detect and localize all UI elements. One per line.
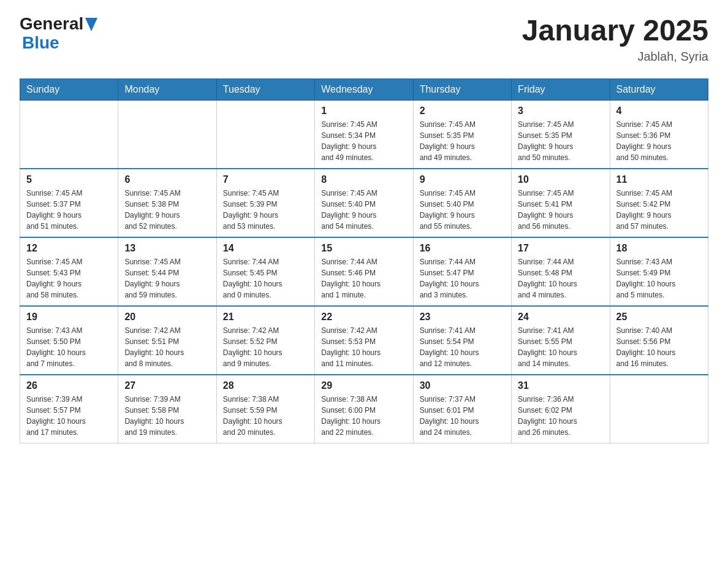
svg-marker-0	[85, 18, 97, 31]
day-number: 9	[420, 174, 505, 185]
day-number: 5	[26, 174, 112, 185]
month-title: January 2025	[522, 15, 708, 47]
day-number: 11	[616, 174, 702, 185]
day-number: 7	[223, 174, 308, 185]
logo: General Blue	[20, 15, 97, 53]
day-info: Sunrise: 7:45 AM Sunset: 5:35 PM Dayligh…	[518, 119, 603, 163]
calendar-cell	[20, 100, 118, 169]
calendar-cell: 6Sunrise: 7:45 AM Sunset: 5:38 PM Daylig…	[118, 169, 216, 237]
day-number: 3	[518, 105, 603, 117]
day-number: 31	[518, 380, 603, 391]
day-info: Sunrise: 7:44 AM Sunset: 5:46 PM Dayligh…	[321, 256, 406, 301]
calendar-header-sunday: Sunday	[20, 79, 118, 100]
calendar-cell: 22Sunrise: 7:42 AM Sunset: 5:53 PM Dayli…	[315, 306, 413, 375]
calendar-cell: 27Sunrise: 7:39 AM Sunset: 5:58 PM Dayli…	[118, 375, 216, 443]
day-number: 30	[420, 380, 505, 391]
calendar-cell: 31Sunrise: 7:36 AM Sunset: 6:02 PM Dayli…	[512, 375, 610, 443]
day-info: Sunrise: 7:41 AM Sunset: 5:54 PM Dayligh…	[420, 325, 505, 369]
day-number: 13	[124, 243, 210, 254]
calendar-week-row: 1Sunrise: 7:45 AM Sunset: 5:34 PM Daylig…	[20, 100, 708, 169]
calendar-cell: 3Sunrise: 7:45 AM Sunset: 5:35 PM Daylig…	[512, 100, 610, 169]
day-number: 10	[518, 174, 603, 185]
day-number: 23	[420, 312, 505, 323]
day-info: Sunrise: 7:37 AM Sunset: 6:01 PM Dayligh…	[420, 394, 505, 438]
calendar-cell: 28Sunrise: 7:38 AM Sunset: 5:59 PM Dayli…	[216, 375, 314, 443]
day-info: Sunrise: 7:45 AM Sunset: 5:35 PM Dayligh…	[420, 119, 505, 163]
calendar-cell: 19Sunrise: 7:43 AM Sunset: 5:50 PM Dayli…	[20, 306, 118, 375]
calendar-cell	[216, 100, 314, 169]
calendar-cell	[118, 100, 216, 169]
day-number: 28	[223, 380, 308, 391]
calendar-week-row: 12Sunrise: 7:45 AM Sunset: 5:43 PM Dayli…	[20, 237, 708, 306]
calendar-header-monday: Monday	[118, 79, 216, 100]
calendar-cell: 2Sunrise: 7:45 AM Sunset: 5:35 PM Daylig…	[413, 100, 511, 169]
day-info: Sunrise: 7:45 AM Sunset: 5:40 PM Dayligh…	[420, 188, 505, 232]
calendar-header-friday: Friday	[512, 79, 610, 100]
calendar-cell: 14Sunrise: 7:44 AM Sunset: 5:45 PM Dayli…	[216, 237, 314, 306]
calendar-cell: 11Sunrise: 7:45 AM Sunset: 5:42 PM Dayli…	[610, 169, 708, 237]
day-info: Sunrise: 7:42 AM Sunset: 5:52 PM Dayligh…	[223, 325, 308, 369]
day-info: Sunrise: 7:45 AM Sunset: 5:38 PM Dayligh…	[124, 188, 210, 232]
day-number: 18	[616, 243, 702, 254]
day-info: Sunrise: 7:36 AM Sunset: 6:02 PM Dayligh…	[518, 394, 603, 438]
calendar-cell: 9Sunrise: 7:45 AM Sunset: 5:40 PM Daylig…	[413, 169, 511, 237]
day-info: Sunrise: 7:39 AM Sunset: 5:57 PM Dayligh…	[26, 394, 112, 438]
day-number: 6	[124, 174, 210, 185]
day-info: Sunrise: 7:39 AM Sunset: 5:58 PM Dayligh…	[124, 394, 210, 438]
calendar-cell: 5Sunrise: 7:45 AM Sunset: 5:37 PM Daylig…	[20, 169, 118, 237]
calendar-cell: 18Sunrise: 7:43 AM Sunset: 5:49 PM Dayli…	[610, 237, 708, 306]
calendar-cell: 23Sunrise: 7:41 AM Sunset: 5:54 PM Dayli…	[413, 306, 511, 375]
calendar-week-row: 26Sunrise: 7:39 AM Sunset: 5:57 PM Dayli…	[20, 375, 708, 443]
day-number: 26	[26, 380, 112, 391]
calendar-cell: 30Sunrise: 7:37 AM Sunset: 6:01 PM Dayli…	[413, 375, 511, 443]
day-info: Sunrise: 7:45 AM Sunset: 5:37 PM Dayligh…	[26, 188, 112, 232]
day-number: 15	[321, 243, 406, 254]
calendar-header-tuesday: Tuesday	[216, 79, 314, 100]
logo-triangle-icon	[85, 18, 97, 31]
day-number: 12	[26, 243, 112, 254]
calendar-cell: 1Sunrise: 7:45 AM Sunset: 5:34 PM Daylig…	[315, 100, 413, 169]
calendar-cell: 7Sunrise: 7:45 AM Sunset: 5:39 PM Daylig…	[216, 169, 314, 237]
day-info: Sunrise: 7:42 AM Sunset: 5:53 PM Dayligh…	[321, 325, 406, 369]
calendar-cell: 13Sunrise: 7:45 AM Sunset: 5:44 PM Dayli…	[118, 237, 216, 306]
day-number: 8	[321, 174, 406, 185]
day-info: Sunrise: 7:43 AM Sunset: 5:50 PM Dayligh…	[26, 325, 112, 369]
day-info: Sunrise: 7:45 AM Sunset: 5:34 PM Dayligh…	[321, 119, 406, 163]
day-info: Sunrise: 7:44 AM Sunset: 5:48 PM Dayligh…	[518, 256, 603, 301]
page-header: General Blue January 2025 Jablah, Syria	[20, 15, 708, 64]
day-info: Sunrise: 7:45 AM Sunset: 5:42 PM Dayligh…	[616, 188, 702, 232]
day-info: Sunrise: 7:45 AM Sunset: 5:43 PM Dayligh…	[26, 256, 112, 301]
calendar-cell: 26Sunrise: 7:39 AM Sunset: 5:57 PM Dayli…	[20, 375, 118, 443]
calendar-header-thursday: Thursday	[413, 79, 511, 100]
calendar-week-row: 5Sunrise: 7:45 AM Sunset: 5:37 PM Daylig…	[20, 169, 708, 237]
day-info: Sunrise: 7:45 AM Sunset: 5:36 PM Dayligh…	[616, 119, 702, 163]
day-info: Sunrise: 7:45 AM Sunset: 5:40 PM Dayligh…	[321, 188, 406, 232]
day-number: 16	[420, 243, 505, 254]
day-number: 2	[420, 105, 505, 117]
day-number: 19	[26, 312, 112, 323]
calendar-week-row: 19Sunrise: 7:43 AM Sunset: 5:50 PM Dayli…	[20, 306, 708, 375]
day-info: Sunrise: 7:44 AM Sunset: 5:47 PM Dayligh…	[420, 256, 505, 301]
title-area: January 2025 Jablah, Syria	[522, 15, 708, 64]
calendar-cell: 16Sunrise: 7:44 AM Sunset: 5:47 PM Dayli…	[413, 237, 511, 306]
day-info: Sunrise: 7:41 AM Sunset: 5:55 PM Dayligh…	[518, 325, 603, 369]
day-number: 21	[223, 312, 308, 323]
calendar-cell: 17Sunrise: 7:44 AM Sunset: 5:48 PM Dayli…	[512, 237, 610, 306]
day-number: 20	[124, 312, 210, 323]
calendar-cell: 20Sunrise: 7:42 AM Sunset: 5:51 PM Dayli…	[118, 306, 216, 375]
calendar-cell: 15Sunrise: 7:44 AM Sunset: 5:46 PM Dayli…	[315, 237, 413, 306]
day-number: 22	[321, 312, 406, 323]
calendar-cell: 24Sunrise: 7:41 AM Sunset: 5:55 PM Dayli…	[512, 306, 610, 375]
day-number: 25	[616, 312, 702, 323]
calendar-cell: 12Sunrise: 7:45 AM Sunset: 5:43 PM Dayli…	[20, 237, 118, 306]
calendar-header-wednesday: Wednesday	[315, 79, 413, 100]
calendar-cell	[610, 375, 708, 443]
calendar-header-row: SundayMondayTuesdayWednesdayThursdayFrid…	[20, 79, 708, 100]
calendar-cell: 25Sunrise: 7:40 AM Sunset: 5:56 PM Dayli…	[610, 306, 708, 375]
day-number: 1	[321, 105, 406, 117]
day-number: 24	[518, 312, 603, 323]
calendar-cell: 10Sunrise: 7:45 AM Sunset: 5:41 PM Dayli…	[512, 169, 610, 237]
calendar-table: SundayMondayTuesdayWednesdayThursdayFrid…	[20, 79, 708, 443]
day-number: 14	[223, 243, 308, 254]
location: Jablah, Syria	[522, 50, 708, 64]
